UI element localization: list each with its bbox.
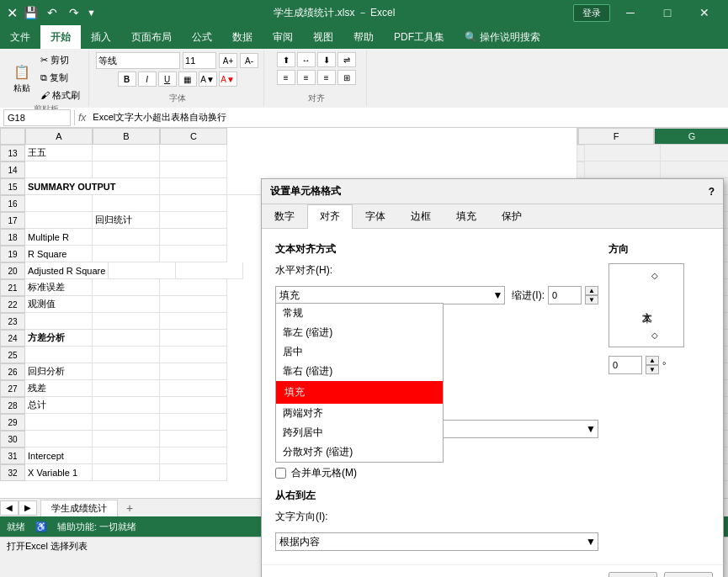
cell-c30[interactable] <box>160 431 227 447</box>
cell-a32[interactable]: X Variable 1 <box>25 464 93 481</box>
tab-help[interactable]: 帮助 <box>343 25 384 49</box>
cell-b23[interactable] <box>93 313 160 330</box>
formula-input[interactable] <box>89 109 725 126</box>
middle-align-button[interactable]: ↔ <box>297 52 316 67</box>
increase-font-button[interactable]: A+ <box>219 53 237 68</box>
cell-b13[interactable] <box>93 145 160 161</box>
option-center-across[interactable]: 跨列居中 <box>276 423 443 442</box>
cell-c21[interactable] <box>160 279 227 296</box>
cell-a28[interactable]: 总计 <box>25 397 93 414</box>
cell-a29[interactable] <box>25 414 93 431</box>
cell-a24[interactable]: 方差分析 <box>25 330 93 347</box>
tab-search[interactable]: 🔍操作说明搜索 <box>454 25 550 49</box>
tab-pagelayout[interactable]: 页面布局 <box>121 25 182 49</box>
cell-f14[interactable] <box>585 161 661 178</box>
close-button[interactable]: ✕ <box>688 4 721 21</box>
cell-g14[interactable] <box>661 161 728 178</box>
format-painter-button[interactable]: 🖌 格式刷 <box>37 87 83 103</box>
tab-number[interactable]: 数字 <box>262 204 307 228</box>
tab-view[interactable]: 视图 <box>303 25 343 49</box>
cell-c20[interactable] <box>176 262 243 279</box>
redo-button[interactable]: ↷ <box>65 5 83 20</box>
cell-c29[interactable] <box>160 414 227 431</box>
cancel-button[interactable]: 取消 <box>664 572 713 577</box>
cell-c19[interactable] <box>160 246 227 262</box>
cell-g13[interactable] <box>661 145 728 161</box>
option-fill[interactable]: 填充 <box>276 381 443 404</box>
tab-home[interactable]: 开始 <box>40 25 81 49</box>
cell-b30[interactable] <box>93 431 160 447</box>
cell-b28[interactable] <box>93 397 160 414</box>
cell-b25[interactable] <box>93 347 160 363</box>
option-right[interactable]: 靠右 (缩进) <box>276 362 443 381</box>
option-justify[interactable]: 两端对齐 <box>276 404 443 423</box>
degree-up-button[interactable]: ▲ <box>646 356 659 365</box>
tab-align[interactable]: 对齐 <box>307 204 353 229</box>
merge-button[interactable]: ⊞ <box>337 70 356 85</box>
cell-a30[interactable] <box>25 431 93 447</box>
cell-c31[interactable] <box>160 447 227 464</box>
cell-b22[interactable] <box>93 296 160 313</box>
cell-c17[interactable] <box>160 212 227 229</box>
decrease-font-button[interactable]: A- <box>240 53 258 68</box>
save-button[interactable]: 💾 <box>21 5 40 20</box>
tab-insert[interactable]: 插入 <box>81 25 121 49</box>
font-color-button[interactable]: A▼ <box>219 71 237 87</box>
maximize-button[interactable]: □ <box>651 4 684 21</box>
option-left[interactable]: 靠左 (缩进) <box>276 323 443 342</box>
cell-a18[interactable]: Multiple R <box>25 229 93 246</box>
cell-b24[interactable] <box>93 330 160 347</box>
cell-a16[interactable] <box>25 195 93 212</box>
cell-b19[interactable] <box>93 246 160 262</box>
cell-c16[interactable] <box>160 195 227 212</box>
right-align-button[interactable]: ≡ <box>317 70 336 85</box>
cell-a23[interactable] <box>25 313 93 330</box>
cell-c26[interactable] <box>160 363 227 380</box>
cell-a15[interactable]: SUMMARY OUTPUT <box>25 178 160 195</box>
left-align-button[interactable]: ≡ <box>277 70 295 85</box>
cell-c14[interactable] <box>160 161 227 178</box>
cell-f13[interactable] <box>585 145 661 161</box>
cell-a26[interactable]: 回归分析 <box>25 363 93 380</box>
horizontal-select-display[interactable]: 填充 ▼ <box>275 286 505 304</box>
cell-a19[interactable]: R Square <box>25 246 93 262</box>
merge-checkbox[interactable] <box>275 468 286 479</box>
option-normal[interactable]: 常规 <box>276 304 443 323</box>
tab-pdf[interactable]: PDF工具集 <box>384 25 454 49</box>
cell-c32[interactable] <box>160 464 227 481</box>
cell-a17[interactable] <box>25 212 93 229</box>
cell-b17[interactable]: 回归统计 <box>93 212 160 229</box>
undo-button[interactable]: ↶ <box>43 5 61 20</box>
dialog-help-button[interactable]: ? <box>709 186 715 198</box>
bottom-align-button[interactable]: ⬇ <box>317 52 336 67</box>
italic-button[interactable]: I <box>138 71 157 87</box>
cell-c25[interactable] <box>160 347 227 363</box>
cell-b27[interactable] <box>93 380 160 397</box>
wrap-text-button[interactable]: ⇌ <box>337 52 356 67</box>
bold-button[interactable]: B <box>118 71 136 87</box>
cell-c27[interactable] <box>160 380 227 397</box>
cell-a13[interactable]: 王五 <box>25 145 93 161</box>
cell-b16[interactable] <box>93 195 160 212</box>
font-name-input[interactable] <box>96 52 180 69</box>
cell-c18[interactable] <box>160 229 227 246</box>
center-align-button[interactable]: ≡ <box>297 70 316 85</box>
tab-font[interactable]: 字体 <box>353 204 398 228</box>
text-direction-select[interactable]: 根据内容 ▼ <box>275 532 598 551</box>
tab-protect[interactable]: 保护 <box>489 204 534 228</box>
cell-c28[interactable] <box>160 397 227 414</box>
degree-input[interactable] <box>608 356 642 374</box>
tab-next-button[interactable]: ▶ <box>19 500 37 516</box>
option-center[interactable]: 居中 <box>276 342 443 362</box>
tab-prev-button[interactable]: ◀ <box>0 500 19 516</box>
fill-color-button[interactable]: A▼ <box>199 71 217 87</box>
cell-a14[interactable] <box>25 161 93 178</box>
indent-down-button[interactable]: ▼ <box>585 295 598 304</box>
indent-input[interactable] <box>548 286 582 304</box>
cell-b18[interactable] <box>93 229 160 246</box>
cut-button[interactable]: ✂ 剪切 <box>37 52 83 68</box>
tab-review[interactable]: 审阅 <box>263 25 303 49</box>
tab-file[interactable]: 文件 <box>0 25 40 49</box>
indent-up-button[interactable]: ▲ <box>585 286 598 295</box>
cell-b31[interactable] <box>93 447 160 464</box>
